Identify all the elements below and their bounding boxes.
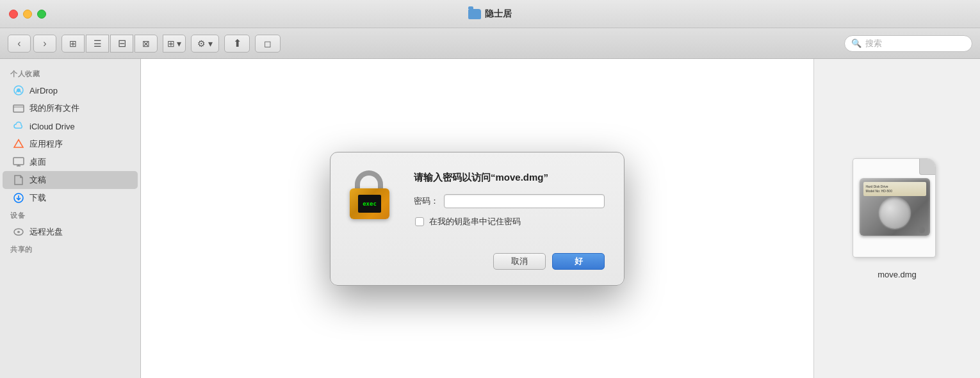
disk-label-text: Hard Disk DriveModel No: HD-500: [866, 185, 892, 193]
icon-view-button[interactable]: ⊞: [61, 35, 85, 53]
sidebar-label-apps: 应用程序: [29, 138, 63, 150]
remotedisk-icon: [13, 226, 24, 238]
icloud-icon: [13, 120, 24, 132]
disk-warning: [872, 200, 917, 226]
password-label: 密码：: [414, 195, 439, 207]
sidebar-item-desktop[interactable]: 桌面: [3, 153, 138, 171]
password-dialog: exec 请输入密码以访问“move.dmg” 密码：: [330, 152, 625, 286]
desktop-icon: [13, 156, 24, 168]
forward-button[interactable]: ›: [33, 35, 56, 53]
back-button[interactable]: ‹: [8, 35, 31, 53]
list-view-button[interactable]: ☰: [86, 35, 109, 53]
sidebar: 个人收藏 AirDrop 我的所有文件 iCloud Drive: [0, 59, 141, 378]
cover-flow-button[interactable]: ⊠: [135, 35, 158, 53]
nav-buttons: ‹ ›: [8, 35, 56, 53]
sidebar-label-airdrop: AirDrop: [29, 86, 58, 95]
maximize-button[interactable]: [37, 10, 46, 19]
svg-rect-2: [13, 105, 24, 112]
dmg-disk-image: Hard Disk DriveModel No: HD-500: [860, 178, 930, 242]
close-button[interactable]: [9, 10, 18, 19]
svg-point-10: [17, 231, 20, 233]
disk-label-area: Hard Disk DriveModel No: HD-500: [863, 182, 926, 196]
dialog-buttons: 取消 好: [350, 253, 605, 270]
disk-circle: [879, 197, 911, 229]
sidebar-item-icloud[interactable]: iCloud Drive: [3, 117, 138, 135]
toolbar: ‹ › ⊞ ☰ ⊟ ⊠ ⊞ ▾ ⚙ ▾ ⬆ ◻ 🔍 搜索: [0, 28, 980, 59]
sidebar-section-shared: 共享的: [0, 241, 140, 257]
cancel-button[interactable]: 取消: [493, 253, 546, 270]
sidebar-section-devices: 设备: [0, 207, 140, 223]
sidebar-label-docs: 文稿: [29, 174, 46, 186]
padlock-body: exec: [350, 188, 389, 219]
share-button[interactable]: ⬆: [224, 35, 250, 53]
sidebar-item-allfiles[interactable]: 我的所有文件: [3, 99, 138, 117]
sidebar-item-downloads[interactable]: 下载: [3, 189, 138, 207]
allfiles-icon: [13, 103, 24, 114]
file-area: exec 请输入密码以访问“move.dmg” 密码：: [141, 59, 813, 378]
title-content: 隐士居: [468, 8, 512, 20]
title-bar: 隐士居: [0, 0, 980, 28]
padlock-exec-text: exec: [363, 201, 377, 207]
sidebar-label-allfiles: 我的所有文件: [29, 103, 79, 114]
password-input[interactable]: [444, 194, 605, 208]
search-bar[interactable]: 🔍 搜索: [844, 35, 972, 52]
password-field-row: 密码：: [414, 194, 605, 208]
arrange-group: ⊞ ▾: [163, 35, 186, 53]
remember-password-label: 在我的钥匙串中记住密码: [429, 216, 521, 227]
padlock-icon: exec: [350, 170, 401, 228]
sidebar-label-downloads: 下载: [29, 192, 46, 204]
title-folder-icon: [468, 9, 481, 19]
preview-filename: move.dmg: [878, 270, 917, 279]
apps-icon: [13, 138, 24, 150]
window-title: 隐士居: [485, 8, 512, 20]
dmg-file-icon: Hard Disk DriveModel No: HD-500: [853, 158, 942, 261]
sidebar-item-docs[interactable]: 文稿: [3, 171, 138, 189]
padlock-screen: exec: [358, 195, 381, 213]
view-toggle-group: ⊞ ☰ ⊟ ⊠: [61, 35, 158, 53]
sidebar-item-remotedisk[interactable]: 远程光盘: [3, 223, 138, 241]
dialog-top: exec 请输入密码以访问“move.dmg” 密码：: [350, 170, 605, 240]
downloads-icon: [13, 192, 24, 204]
finder-window: 隐士居 ‹ › ⊞ ☰ ⊟ ⊠ ⊞ ▾ ⚙ ▾ ⬆ ◻ 🔍 搜索 个人收藏: [0, 0, 980, 378]
sidebar-label-icloud: iCloud Drive: [29, 122, 75, 131]
column-view-button[interactable]: ⊟: [110, 35, 133, 53]
dialog-text-content: 请输入密码以访问“move.dmg” 密码： 在我的钥匙串中记住密码: [414, 170, 605, 240]
docs-icon: [13, 174, 24, 186]
remember-password-checkbox[interactable]: [415, 217, 424, 226]
tag-button[interactable]: ◻: [255, 35, 281, 53]
disk-body: Hard Disk DriveModel No: HD-500: [860, 178, 930, 236]
preview-area: Hard Disk DriveModel No: HD-500 move.dmg: [813, 59, 980, 378]
minimize-button[interactable]: [23, 10, 32, 19]
dialog-title: 请输入密码以访问“move.dmg”: [414, 170, 605, 184]
sidebar-label-remotedisk: 远程光盘: [29, 226, 63, 238]
action-button[interactable]: ⚙ ▾: [191, 35, 219, 53]
search-placeholder: 搜索: [865, 38, 882, 49]
sidebar-item-airdrop[interactable]: AirDrop: [3, 81, 138, 99]
checkbox-row: 在我的钥匙串中记住密码: [414, 216, 605, 227]
dialog-overlay: exec 请输入密码以访问“move.dmg” 密码：: [141, 59, 813, 378]
search-icon: 🔍: [851, 38, 862, 48]
preview-icon-container: Hard Disk DriveModel No: HD-500 move.dmg: [853, 158, 942, 279]
sidebar-label-desktop: 桌面: [29, 156, 46, 168]
sidebar-item-apps[interactable]: 应用程序: [3, 135, 138, 153]
svg-rect-4: [13, 158, 24, 165]
padlock-shackle: [355, 170, 383, 188]
main-content: 个人收藏 AirDrop 我的所有文件 iCloud Drive: [0, 59, 980, 378]
sidebar-section-favorites: 个人收藏: [0, 65, 140, 81]
traffic-lights: [9, 10, 46, 19]
ok-button[interactable]: 好: [552, 253, 605, 270]
arrange-button[interactable]: ⊞ ▾: [163, 35, 186, 53]
dmg-paper: Hard Disk DriveModel No: HD-500: [853, 158, 936, 258]
airdrop-icon: [13, 85, 24, 96]
disk-screw: [919, 227, 925, 233]
